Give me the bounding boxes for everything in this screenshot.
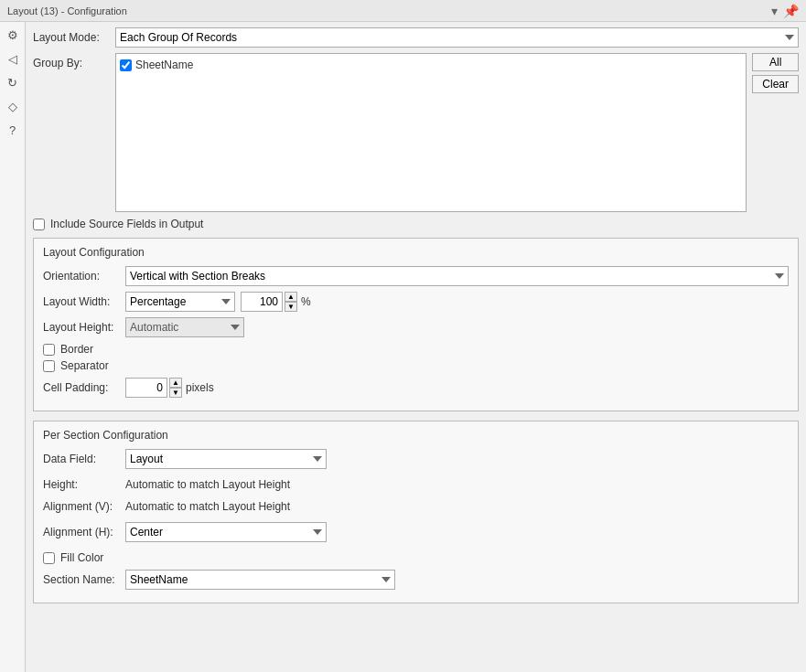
- group-by-buttons: All Clear: [752, 53, 799, 93]
- cell-padding-spinner: ▲ ▼: [125, 378, 182, 398]
- layout-width-spinner: ▲ ▼: [241, 292, 297, 312]
- alignment-v-value: Automatic to match Layout Height: [125, 500, 290, 513]
- alignment-h-row: Alignment (H): Center Left Right: [43, 522, 789, 542]
- layout-mode-row: Layout Mode: Each Group Of Records Singl…: [33, 27, 799, 48]
- orientation-select[interactable]: Vertical with Section Breaks Horizontal …: [125, 266, 789, 286]
- alignment-v-row: Alignment (V): Automatic to match Layout…: [43, 500, 789, 513]
- layout-height-label: Layout Height:: [43, 321, 125, 334]
- layout-configuration-section: Layout Configuration Orientation: Vertic…: [33, 238, 799, 411]
- sheetname-label: SheetName: [135, 59, 193, 71]
- all-button[interactable]: All: [752, 53, 799, 71]
- layout-width-value[interactable]: [241, 292, 283, 312]
- include-source-fields-label: Include Source Fields in Output: [50, 218, 203, 230]
- layout-mode-label: Layout Mode:: [33, 31, 115, 44]
- list-item: SheetName: [120, 58, 742, 72]
- title-bar-title: Layout (13) - Configuration: [7, 5, 127, 16]
- separator-row: Separator: [43, 359, 789, 372]
- section-name-label: Section Name:: [43, 573, 125, 586]
- alignment-h-label: Alignment (H):: [43, 526, 125, 539]
- fill-color-label: Fill Color: [60, 551, 103, 564]
- sidebar-icon-refresh[interactable]: ↻: [4, 73, 22, 91]
- layout-width-label: Layout Width:: [43, 295, 125, 308]
- data-field-row: Data Field: Layout SheetName Other: [43, 449, 789, 469]
- data-field-label: Data Field:: [43, 453, 125, 465]
- title-bar-controls: ▾ 📌: [771, 4, 799, 18]
- spinner-down[interactable]: ▼: [285, 302, 297, 312]
- cell-padding-unit: pixels: [186, 381, 214, 394]
- height-row: Height: Automatic to match Layout Height: [43, 478, 789, 491]
- alignment-v-label: Alignment (V):: [43, 500, 125, 513]
- cell-padding-spinner-buttons: ▲ ▼: [169, 378, 182, 398]
- fill-color-row: Fill Color: [43, 551, 789, 564]
- sidebar: ⚙ ◁ ↻ ◇ ?: [0, 22, 26, 672]
- height-label: Height:: [43, 478, 125, 491]
- sidebar-icon-gear[interactable]: ⚙: [4, 26, 22, 44]
- group-by-label: Group By:: [33, 53, 115, 69]
- sidebar-icon-tag[interactable]: ◇: [4, 97, 22, 115]
- section-name-select[interactable]: SheetName Other: [125, 570, 395, 590]
- border-row: Border: [43, 343, 789, 356]
- layout-configuration-title: Layout Configuration: [43, 246, 789, 259]
- sidebar-icon-arrow[interactable]: ◁: [4, 49, 22, 68]
- collapse-icon[interactable]: ▾: [771, 4, 778, 18]
- title-bar: Layout (13) - Configuration ▾ 📌: [0, 0, 806, 22]
- per-section-title: Per Section Configuration: [43, 429, 789, 442]
- layout-mode-select[interactable]: Each Group Of Records Single Record All …: [115, 27, 799, 48]
- pin-icon[interactable]: 📌: [783, 4, 799, 18]
- cell-padding-row: Cell Padding: ▲ ▼ pixels: [43, 378, 789, 398]
- sidebar-icon-help[interactable]: ?: [4, 121, 22, 139]
- spinner-up[interactable]: ▲: [285, 292, 297, 302]
- alignment-h-select[interactable]: Center Left Right: [125, 522, 327, 542]
- fill-color-checkbox[interactable]: [43, 552, 55, 564]
- orientation-row: Orientation: Vertical with Section Break…: [43, 266, 789, 286]
- clear-button[interactable]: Clear: [752, 75, 799, 93]
- orientation-label: Orientation:: [43, 270, 125, 283]
- layout-height-select[interactable]: Automatic Fixed: [125, 317, 244, 337]
- sheetname-checkbox[interactable]: [120, 59, 132, 71]
- layout-width-select[interactable]: Percentage Fixed: [125, 292, 235, 312]
- section-name-row: Section Name: SheetName Other: [43, 570, 789, 590]
- data-field-select[interactable]: Layout SheetName Other: [125, 449, 327, 469]
- border-checkbox[interactable]: [43, 344, 55, 356]
- main-layout: ⚙ ◁ ↻ ◇ ? Layout Mode: Each Group Of Rec…: [0, 22, 806, 672]
- group-by-list: SheetName: [115, 53, 747, 212]
- content-area: Layout Mode: Each Group Of Records Singl…: [26, 22, 806, 672]
- cell-padding-down[interactable]: ▼: [169, 388, 182, 398]
- height-value: Automatic to match Layout Height: [125, 478, 290, 491]
- border-label: Border: [60, 343, 93, 356]
- separator-checkbox[interactable]: [43, 360, 55, 372]
- layout-width-row: Layout Width: Percentage Fixed ▲ ▼ %: [43, 292, 789, 312]
- layout-height-row: Layout Height: Automatic Fixed: [43, 317, 789, 337]
- spinner-buttons: ▲ ▼: [285, 292, 297, 312]
- cell-padding-up[interactable]: ▲: [169, 378, 182, 388]
- separator-label: Separator: [60, 359, 109, 372]
- per-section-configuration-section: Per Section Configuration Data Field: La…: [33, 421, 799, 603]
- cell-padding-label: Cell Padding:: [43, 381, 125, 394]
- cell-padding-value[interactable]: [125, 378, 167, 398]
- include-source-fields-row: Include Source Fields in Output: [33, 218, 799, 230]
- group-by-container: Group By: SheetName All Clear: [33, 53, 799, 212]
- layout-width-unit: %: [301, 295, 311, 308]
- include-source-fields-checkbox[interactable]: [33, 219, 45, 230]
